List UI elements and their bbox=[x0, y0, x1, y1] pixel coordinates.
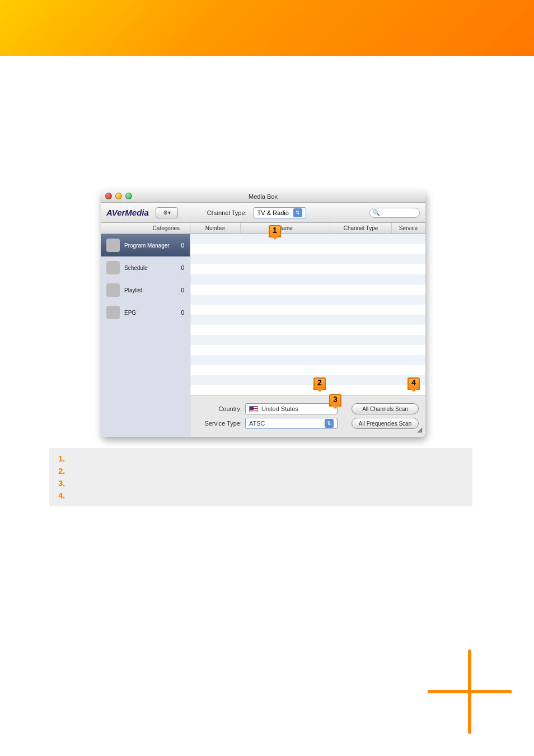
step-number: 1. bbox=[51, 454, 65, 463]
service-type-value: ATSC bbox=[249, 420, 265, 427]
table-row bbox=[190, 335, 425, 345]
window-titlebar[interactable]: Media Box bbox=[101, 190, 425, 203]
col-service[interactable]: Service bbox=[392, 223, 425, 234]
table-row bbox=[190, 274, 425, 284]
table-row bbox=[190, 315, 425, 325]
all-frequencies-scan-button[interactable]: All Frequencies Scan bbox=[352, 418, 419, 429]
steps-list: 1. 2. 3. 4. bbox=[49, 448, 472, 506]
sidebar-item-epg[interactable]: EPG 0 bbox=[101, 301, 190, 324]
program-manager-icon bbox=[106, 239, 120, 252]
table-row bbox=[190, 264, 425, 274]
search-input[interactable]: 🔍 bbox=[369, 208, 420, 218]
table-row bbox=[190, 305, 425, 315]
toolbar: AVerMedia ⚙▾ Channel Type: TV & Radio ⇅ … bbox=[101, 203, 425, 223]
sidebar-item-label: Schedule bbox=[124, 265, 148, 271]
step-item: 1. bbox=[51, 452, 470, 465]
sidebar-item-playlist[interactable]: Playlist 0 bbox=[101, 279, 190, 301]
table-row bbox=[190, 345, 425, 355]
close-icon[interactable] bbox=[105, 193, 112, 199]
col-number[interactable]: Number bbox=[190, 223, 241, 234]
table-row bbox=[190, 244, 425, 254]
table-row bbox=[190, 375, 425, 385]
zoom-icon[interactable] bbox=[125, 193, 132, 199]
service-type-select[interactable]: ATSC ⇅ bbox=[245, 418, 338, 429]
traffic-lights[interactable] bbox=[105, 193, 132, 199]
us-flag-icon bbox=[249, 406, 258, 412]
sidebar-header: Categories bbox=[101, 223, 190, 234]
resize-grip-icon[interactable]: ◢ bbox=[417, 426, 422, 433]
step-number: 2. bbox=[51, 466, 65, 475]
callout-3: 3 bbox=[329, 394, 341, 410]
search-icon: 🔍 bbox=[372, 209, 380, 216]
channel-type-label: Channel Type: bbox=[207, 209, 247, 216]
playlist-icon bbox=[106, 283, 120, 297]
gear-menu-button[interactable]: ⚙▾ bbox=[156, 207, 178, 218]
table-row bbox=[190, 355, 425, 365]
col-name[interactable]: Name bbox=[241, 223, 330, 234]
stepper-arrows-icon: ⇅ bbox=[293, 208, 302, 217]
media-box-window: Media Box AVerMedia ⚙▾ Channel Type: TV … bbox=[101, 190, 425, 437]
sidebar-item-count: 0 bbox=[181, 287, 184, 293]
table-row bbox=[190, 284, 425, 295]
minimize-icon[interactable] bbox=[115, 193, 122, 199]
epg-icon bbox=[106, 306, 120, 319]
table-row bbox=[190, 385, 425, 395]
table-row bbox=[190, 325, 425, 335]
col-channel-type[interactable]: Channel Type bbox=[330, 223, 392, 234]
window-title: Media Box bbox=[249, 193, 278, 200]
sidebar-item-count: 0 bbox=[181, 265, 184, 271]
stepper-arrows-icon: ⇅ bbox=[325, 419, 334, 428]
sidebar-item-program-manager[interactable]: Program Manager 0 bbox=[101, 234, 190, 256]
table-row bbox=[190, 234, 425, 244]
channel-type-value: TV & Radio bbox=[257, 209, 289, 216]
step-item: 2. bbox=[51, 465, 470, 477]
table-row bbox=[190, 365, 425, 375]
channel-list[interactable] bbox=[190, 234, 425, 395]
schedule-icon bbox=[106, 261, 120, 274]
sidebar-item-count: 0 bbox=[181, 310, 184, 316]
page-header-banner bbox=[0, 0, 534, 56]
country-select[interactable]: United States bbox=[245, 403, 338, 414]
scan-controls: Country: United States All Channels Scan… bbox=[190, 395, 425, 437]
callout-4: 4 bbox=[407, 377, 420, 393]
sidebar-item-label: Program Manager bbox=[124, 242, 170, 249]
channel-type-select[interactable]: TV & Radio ⇅ bbox=[254, 207, 306, 218]
table-row bbox=[190, 295, 425, 305]
sidebar: Categories Program Manager 0 Schedule 0 … bbox=[101, 223, 190, 437]
gear-icon: ⚙▾ bbox=[163, 209, 171, 216]
all-channels-scan-button[interactable]: All Channels Scan bbox=[352, 403, 419, 414]
service-type-label: Service Type: bbox=[197, 420, 242, 427]
main-pane: Number Name Channel Type Service Country… bbox=[190, 223, 425, 437]
country-label: Country: bbox=[197, 405, 242, 412]
sidebar-item-schedule[interactable]: Schedule 0 bbox=[101, 256, 190, 279]
step-item: 4. bbox=[51, 489, 470, 502]
callout-1: 1 bbox=[269, 225, 281, 241]
step-number: 4. bbox=[51, 491, 65, 500]
sidebar-item-count: 0 bbox=[181, 242, 184, 249]
crosshair-icon bbox=[428, 650, 512, 734]
sidebar-item-label: EPG bbox=[124, 310, 136, 316]
column-headers[interactable]: Number Name Channel Type Service bbox=[190, 223, 425, 234]
country-value: United States bbox=[261, 405, 298, 412]
step-number: 3. bbox=[51, 479, 65, 488]
table-row bbox=[190, 254, 425, 264]
callout-2: 2 bbox=[313, 377, 326, 393]
step-item: 3. bbox=[51, 477, 470, 489]
brand-logo: AVerMedia bbox=[106, 208, 149, 217]
sidebar-item-label: Playlist bbox=[124, 287, 142, 293]
